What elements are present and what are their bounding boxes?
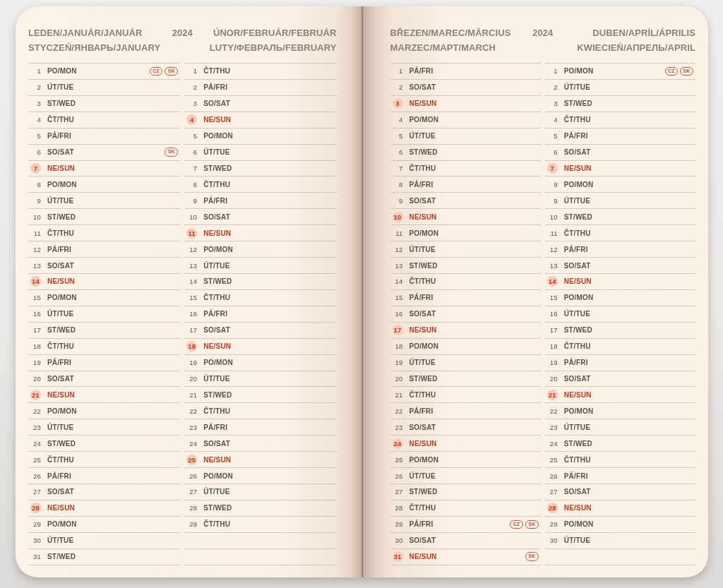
month-title-line1: LEDEN/JANUÁR/JANUÁR	[28, 25, 167, 40]
day-number: 4	[28, 116, 41, 124]
day-label: ÚT/TUE	[47, 310, 73, 318]
day-label: NE/SUN	[410, 326, 437, 334]
day-row: 5PO/MON	[184, 128, 336, 145]
day-number-value: 14	[547, 276, 558, 287]
day-label: PÁ/FRI	[203, 310, 227, 318]
day-number: 1	[390, 67, 403, 75]
day-number-value: 29	[189, 520, 197, 528]
day-row: 17SO/SAT	[184, 323, 336, 339]
day-number-value: 9	[399, 197, 402, 205]
day-number-value: 19	[189, 359, 197, 366]
day-row: 19ÚT/TUE	[390, 355, 541, 371]
day-row: 18NE/SUN	[184, 339, 336, 355]
day-label: ÚT/TUE	[564, 83, 590, 91]
day-label: ÚT/TUE	[564, 424, 590, 431]
day-number: 18	[545, 342, 558, 350]
day-label: ST/WED	[564, 213, 592, 221]
day-number-value: 15	[189, 294, 197, 301]
day-row: 26PÁ/FRI	[28, 468, 180, 484]
day-label: ÚT/TUE	[410, 132, 436, 140]
day-number-value: 6	[399, 148, 402, 156]
day-number: 4	[390, 116, 403, 124]
day-number-value: 25	[550, 456, 558, 464]
day-label: NE/SUN	[410, 213, 437, 221]
day-label: PO/MON	[47, 520, 77, 528]
day-number: 14	[28, 276, 41, 287]
day-number: 5	[390, 132, 403, 140]
day-number-value: 14	[30, 276, 41, 287]
day-number-value: 4	[399, 116, 402, 124]
day-label: PÁ/FRI	[203, 83, 227, 91]
day-label: ČT/THU	[410, 164, 436, 172]
day-label: ÚT/TUE	[203, 375, 229, 383]
day-row: 26ÚT/TUE	[390, 468, 541, 484]
day-number: 19	[390, 359, 403, 366]
day-number-value: 7	[399, 164, 402, 172]
day-number: 26	[184, 472, 197, 480]
day-number: 3	[28, 100, 41, 107]
day-row: 6SO/SATSK	[28, 145, 180, 161]
day-number-value: 27	[189, 488, 197, 496]
day-number-value: 12	[550, 246, 558, 253]
day-number: 14	[545, 276, 558, 287]
day-number: 3	[545, 100, 558, 107]
day-row: 30SO/SAT	[390, 533, 541, 549]
day-label: ST/WED	[564, 100, 592, 107]
day-label: ČT/THU	[410, 277, 436, 285]
day-row: 21ST/WED	[184, 387, 336, 403]
holiday-badge-sk: SK	[680, 67, 693, 76]
day-label: NE/SUN	[203, 342, 231, 350]
day-label: ÚT/TUE	[564, 310, 590, 318]
day-label: SO/SAT	[47, 488, 74, 496]
day-number-value: 15	[33, 294, 41, 301]
day-row: 5PÁ/FRI	[545, 128, 695, 145]
day-number-value: 23	[33, 424, 41, 431]
holiday-badge-cz: CZ	[150, 67, 162, 76]
day-label: ST/WED	[564, 440, 592, 448]
day-number: 1	[184, 67, 197, 75]
day-row: 12ÚT/TUE	[390, 241, 541, 258]
holiday-badge-sk: SK	[165, 148, 178, 157]
day-row: 23SO/SAT	[390, 419, 541, 436]
day-number-value: 7	[547, 163, 558, 174]
day-row: 28NE/SUN	[545, 500, 695, 517]
day-number-value: 23	[189, 424, 197, 431]
day-number: 30	[390, 536, 403, 544]
day-row: 23ÚT/TUE	[28, 419, 180, 436]
day-row: 4ČT/THU	[545, 112, 695, 128]
day-number-value: 8	[37, 181, 41, 188]
day-label: PO/MON	[203, 359, 233, 366]
day-label: NE/SUN	[564, 164, 592, 172]
day-number: 21	[28, 390, 41, 400]
day-row: 14ČT/THU	[390, 274, 541, 290]
page-left-header: LEDEN/JANUÁR/JANUÁR STYCZEŃ/ЯНВАРЬ/JANUA…	[28, 25, 337, 55]
page-right: BŘEZEN/MAREC/MÁRCIUS MARZEC/МАРТ/MARCH 2…	[362, 6, 709, 577]
day-number-value: 17	[393, 325, 403, 335]
day-number: 3	[390, 98, 403, 109]
day-row: 3ST/WED	[28, 96, 180, 112]
day-number: 1	[545, 67, 558, 75]
day-number: 16	[184, 310, 197, 318]
day-row: 3ST/WED	[545, 96, 695, 112]
day-label: PO/MON	[410, 116, 439, 124]
day-number: 19	[184, 359, 197, 366]
day-label: SO/SAT	[410, 424, 436, 431]
day-number-value: 10	[33, 213, 41, 221]
day-number-value: 22	[395, 407, 403, 415]
day-row: 12PÁ/FRI	[545, 241, 695, 258]
month-title-line2: KWIECIEŃ/АПРЕЛЬ/APRIL	[558, 40, 695, 55]
day-row: 8PO/MON	[545, 176, 695, 193]
day-number-value: 17	[189, 326, 197, 334]
day-number: 13	[28, 262, 41, 270]
empty-row	[184, 549, 336, 565]
day-number-value: 18	[186, 341, 197, 352]
day-label: ST/WED	[47, 440, 76, 448]
day-number: 28	[545, 503, 558, 513]
day-row: 25ČT/THU	[28, 452, 180, 468]
day-row: 19PO/MON	[184, 355, 336, 371]
day-number-value: 30	[33, 536, 41, 544]
day-label: PÁ/FRI	[410, 181, 434, 188]
day-number-value: 13	[33, 262, 41, 270]
day-number-value: 2	[399, 83, 402, 91]
day-number: 29	[390, 520, 403, 528]
